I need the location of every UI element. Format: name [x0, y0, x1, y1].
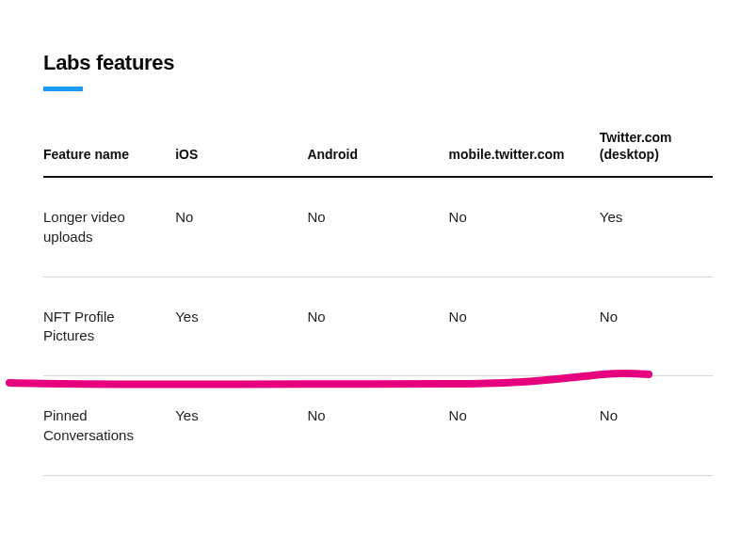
- cell-mobile: No: [449, 376, 600, 476]
- cell-desktop: Yes: [600, 177, 713, 277]
- cell-desktop: No: [600, 277, 713, 376]
- cell-feature-name: NFT Profile Pictures: [43, 277, 175, 376]
- col-android: Android: [307, 129, 448, 177]
- col-feature-name: Feature name: [43, 129, 175, 177]
- cell-mobile: No: [449, 177, 600, 277]
- cell-ios: No: [175, 177, 307, 277]
- cell-feature-name: Longer video uploads: [43, 177, 175, 277]
- cell-feature-name: Pinned Conversations: [43, 376, 175, 476]
- cell-android: No: [307, 277, 448, 376]
- col-ios: iOS: [175, 129, 307, 177]
- cell-mobile: No: [449, 277, 600, 376]
- col-desktop: Twitter.com (desktop): [600, 129, 713, 177]
- cell-desktop: No: [600, 376, 713, 476]
- accent-bar: [43, 87, 83, 91]
- cell-ios: Yes: [175, 277, 307, 376]
- features-table: Feature name iOS Android mobile.twitter.…: [43, 129, 713, 476]
- cell-android: No: [307, 177, 448, 277]
- page-title: Labs features: [43, 51, 713, 75]
- table-header-row: Feature name iOS Android mobile.twitter.…: [43, 129, 713, 177]
- cell-android: No: [307, 376, 448, 476]
- page-root: Labs features Feature name iOS Android m…: [0, 0, 756, 504]
- table-row: NFT Profile Pictures Yes No No No: [43, 277, 713, 376]
- table-row: Longer video uploads No No No Yes: [43, 177, 713, 277]
- cell-ios: Yes: [175, 376, 307, 476]
- col-mobile: mobile.twitter.com: [449, 129, 600, 177]
- table-row: Pinned Conversations Yes No No No: [43, 376, 713, 476]
